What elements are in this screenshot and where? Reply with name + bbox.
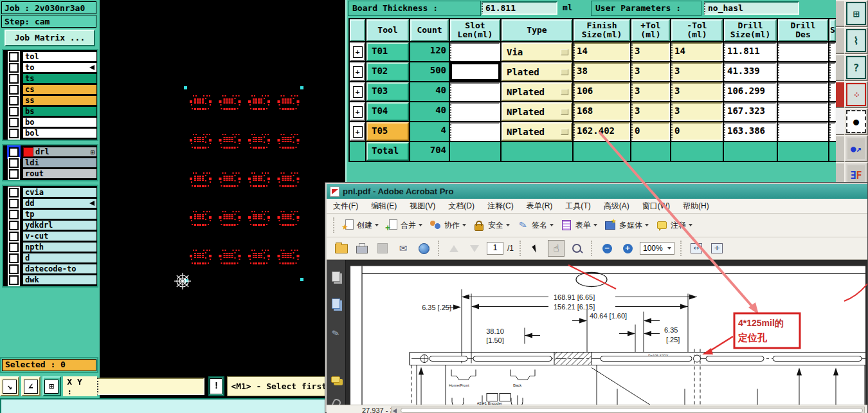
layer-row-ydkdrl[interactable]: ydkdrl: [4, 220, 96, 230]
slot-len-input[interactable]: [450, 42, 500, 61]
xy-coordinate-input[interactable]: [97, 378, 204, 395]
open-button[interactable]: [333, 240, 350, 257]
job-matrix-button[interactable]: Job Matrix ...: [5, 30, 95, 46]
tool-id-button[interactable]: T05: [366, 122, 409, 141]
nets-tool-button[interactable]: ⁘: [844, 81, 868, 108]
zoom-out-button[interactable]: −: [599, 240, 615, 257]
measure-button[interactable]: ∠: [21, 376, 41, 396]
plus-tol-input[interactable]: 3: [631, 102, 670, 121]
layer-row-bo[interactable]: bo: [4, 117, 96, 127]
drill-size-input[interactable]: 106.299: [724, 82, 777, 101]
comment-button[interactable]: 注释: [655, 219, 692, 232]
layer-row-ldi[interactable]: ldi: [4, 158, 96, 168]
layer-row-d[interactable]: d: [4, 253, 96, 263]
next-page-button[interactable]: [466, 240, 483, 257]
layer-checkbox[interactable]: [9, 210, 19, 219]
finish-size-input[interactable]: 168: [574, 102, 630, 121]
save-button[interactable]: [374, 240, 391, 257]
tool-row-expand-button[interactable]: [350, 102, 365, 121]
layer-checkbox[interactable]: [9, 96, 19, 106]
collaborate-button[interactable]: 协作: [429, 219, 466, 232]
scrollbar-thumb[interactable]: [401, 408, 863, 413]
layer-checkbox[interactable]: [9, 169, 19, 179]
tool-id-button[interactable]: T01: [366, 42, 409, 61]
layer-row-bol[interactable]: bol: [4, 128, 96, 138]
drill-des-input[interactable]: [778, 42, 828, 61]
layer-row-tol[interactable]: tol: [4, 51, 96, 62]
layer-row-to[interactable]: to: [4, 62, 96, 73]
fit-page-button[interactable]: ✛: [709, 240, 725, 257]
menu-item[interactable]: 注释(C): [481, 201, 520, 212]
layer-checkbox[interactable]: [9, 147, 19, 157]
tool-row-expand-button[interactable]: [350, 82, 365, 101]
menu-item[interactable]: 编辑(E): [365, 201, 403, 212]
print-button[interactable]: [354, 240, 370, 257]
type-dropdown[interactable]: Via: [502, 42, 572, 61]
layer-checkbox[interactable]: [9, 118, 19, 127]
plus-tol-input[interactable]: 0: [631, 122, 670, 141]
menu-item[interactable]: 文档(D): [442, 201, 481, 212]
layer-checkbox[interactable]: [9, 107, 19, 116]
layer-row-dd[interactable]: dd: [4, 198, 96, 208]
create-button[interactable]: ★创建: [341, 219, 379, 232]
layer-row-npth[interactable]: npth: [4, 242, 96, 252]
tool-row-expand-button[interactable]: [350, 42, 365, 61]
window-tool-button[interactable]: ⊞: [844, 0, 868, 27]
signatures-panel-button[interactable]: ✎: [329, 327, 342, 340]
layer-checkbox[interactable]: [9, 243, 19, 252]
page-number-input[interactable]: 1: [487, 242, 503, 255]
attachments-panel-button[interactable]: [329, 399, 342, 405]
menu-item[interactable]: 工具(T): [559, 201, 597, 212]
user-parameters-input[interactable]: no_hasl: [704, 1, 799, 15]
tool-id-button[interactable]: T04: [366, 102, 409, 121]
drill-des-input[interactable]: [778, 82, 828, 101]
layer-checkbox[interactable]: [9, 52, 19, 62]
zoom-in-button[interactable]: +: [619, 240, 636, 257]
previous-page-button[interactable]: [446, 240, 462, 257]
drill-des-input[interactable]: [778, 102, 828, 121]
type-dropdown[interactable]: NPlated: [502, 102, 572, 121]
combine-button[interactable]: +合并: [385, 219, 422, 232]
plus-tol-input[interactable]: 3: [631, 42, 670, 61]
layer-color-swatch[interactable]: [23, 147, 33, 157]
layer-row-bs[interactable]: bs: [4, 106, 96, 116]
minus-tol-input[interactable]: 3: [671, 62, 723, 81]
tool-row-expand-button[interactable]: [350, 122, 365, 141]
slot-len-input[interactable]: [450, 102, 500, 121]
pad-tool-button[interactable]: ●: [844, 108, 868, 135]
drill-viewer-canvas[interactable]: [100, 0, 345, 399]
finish-size-input[interactable]: 106: [574, 82, 630, 101]
layer-row-ss[interactable]: ss: [4, 95, 96, 106]
acrobat-titlebar[interactable]: pnl.pdf - Adobe Acrobat Pro: [327, 184, 867, 199]
slot-len-input[interactable]: [450, 122, 500, 141]
upload-button[interactable]: [415, 240, 432, 257]
move-tool-button[interactable]: ●↗: [844, 135, 868, 162]
bookmarks-panel-button[interactable]: [329, 297, 342, 310]
layer-checkbox[interactable]: [9, 158, 19, 168]
type-dropdown[interactable]: Plated: [502, 62, 572, 81]
pdf-page-drawing[interactable]: 168.91 [6.65] 156.21 [6.15] 6.35 [.25] 4…: [345, 260, 865, 405]
hand-tool-button[interactable]: ☝: [548, 240, 565, 257]
layer-checkbox[interactable]: [9, 188, 19, 197]
drill-size-input[interactable]: 11.811: [724, 42, 777, 61]
slot-len-input[interactable]: [450, 82, 500, 101]
tool-id-button[interactable]: T02: [366, 62, 409, 81]
fit-width-button[interactable]: ↔: [688, 240, 705, 257]
layer-row-v-cut[interactable]: v-cut: [4, 231, 96, 241]
layer-checkbox[interactable]: [9, 129, 19, 138]
layer-row-rout[interactable]: rout: [4, 169, 96, 179]
minus-tol-input[interactable]: 14: [671, 42, 723, 61]
secure-button[interactable]: 安全: [473, 219, 510, 232]
menu-item[interactable]: 表单(R): [520, 201, 559, 212]
expand-icon[interactable]: [91, 147, 95, 156]
menu-item[interactable]: 帮助(H): [676, 201, 716, 212]
sign-button[interactable]: ✎签名: [516, 219, 554, 232]
drill-des-input[interactable]: [778, 62, 828, 81]
layer-checkbox[interactable]: [9, 199, 19, 208]
drill-size-input[interactable]: 163.386: [724, 122, 777, 141]
menu-item[interactable]: 窗口(W): [636, 201, 676, 212]
layer-row-tp[interactable]: tp: [4, 209, 96, 219]
drill-des-input[interactable]: [778, 122, 828, 141]
forms-button[interactable]: 表单: [560, 219, 597, 232]
layer-checkbox[interactable]: [9, 63, 19, 73]
